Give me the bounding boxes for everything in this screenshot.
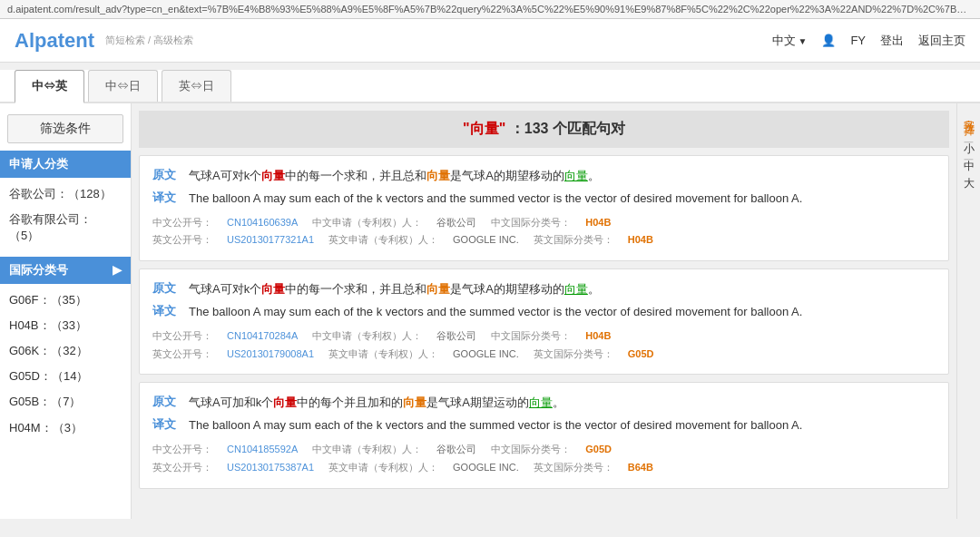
filter-button[interactable]: 筛选条件	[7, 114, 123, 143]
original-row-2: 原文 气球A可对k个向量中的每一个求和，并且总和向量是气球A的期望移动的向量。	[152, 280, 936, 299]
en-applicant-2: GOOGLE INC.	[453, 346, 519, 364]
sidebar: 筛选条件 申请人分类 谷歌公司：（128） 谷歌有限公司：（5） 国际分类号 ▶…	[0, 103, 132, 519]
sidebar-item-g05d[interactable]: G05D：（14）	[0, 364, 131, 389]
font-divider-2: 一	[964, 136, 974, 150]
cn-applicant-1: 谷歌公司	[436, 214, 476, 232]
header: Alpatent 简短检索 / 高级检索 中文 👤 FY 登出 返回主页	[0, 19, 980, 63]
cn-applicant-label-3: 中文申请（专利权）人：	[312, 441, 422, 459]
original-text-2: 气球A可对k个向量中的每一个求和，并且总和向量是气球A的期望移动的向量。	[189, 280, 600, 299]
cn-applicant-3: 谷歌公司	[436, 441, 476, 459]
en-pub-label-3: 英文公开号：	[152, 459, 212, 477]
cn-pub-no-1[interactable]: CN104160639A	[227, 214, 298, 232]
results-header: "向量" ：133 个匹配句对	[139, 111, 949, 148]
section2-arrow-icon: ▶	[113, 263, 122, 277]
cn-pub-no-2[interactable]: CN104170284A	[227, 327, 298, 346]
sidebar-item-h04m[interactable]: H04M：（3）	[0, 415, 131, 441]
en-pub-no-2[interactable]: US20130179008A1	[227, 346, 314, 364]
en-pub-no-3[interactable]: US20130175387A1	[227, 459, 314, 477]
tab-bar: 中⇔英 中⇔日 英⇔日	[0, 70, 980, 103]
en-applicant-3: GOOGLE INC.	[453, 459, 519, 477]
breadcrumb: 简短检索 / 高级检索	[105, 34, 193, 47]
font-size-label: 字号选择	[961, 111, 976, 118]
translation-text-3: The balloon A may sum each of the k vect…	[189, 416, 802, 435]
font-divider-3: 一	[964, 153, 974, 167]
sidebar-item-google-ltd[interactable]: 谷歌有限公司：（5）	[0, 207, 131, 249]
translation-label-2: 译文	[152, 303, 181, 319]
url-bar: d.aipatent.com/result_adv?type=cn_en&tex…	[0, 0, 980, 19]
original-label-2: 原文	[152, 280, 181, 297]
translation-label-1: 译文	[152, 190, 181, 206]
result-meta-2: 中文公开号：CN104170284A 中文申请（专利权）人：谷歌公司 中文国际分…	[152, 327, 936, 364]
result-card-1: 原文 气球A可对k个向量中的每一个求和，并且总和向量是气球A的期望移动的向量。 …	[139, 155, 949, 261]
en-class-label-3: 英文国际分类号：	[534, 459, 613, 477]
home-link[interactable]: 返回主页	[918, 33, 965, 49]
keyword-highlight-orange-3b: 向量	[403, 395, 426, 409]
translation-text-2: The balloon A may sum each of the k vect…	[189, 303, 802, 322]
en-class-label-2: 英文国际分类号：	[534, 346, 613, 364]
sidebar-item-google-co[interactable]: 谷歌公司：（128）	[0, 181, 131, 207]
original-row-1: 原文 气球A可对k个向量中的每一个求和，并且总和向量是气球A的期望移动的向量。	[152, 167, 936, 186]
tab-cn-en[interactable]: 中⇔英	[15, 70, 84, 103]
cn-pub-label-2: 中文公开号：	[152, 327, 212, 346]
results-area: "向量" ：133 个匹配句对 原文 气球A可对k个向量中的每一个求和，并且总和…	[132, 103, 956, 519]
sidebar-item-g06k[interactable]: G06K：（32）	[0, 338, 131, 364]
cn-class-3: G05D	[585, 441, 612, 459]
en-pub-label-1: 英文公开号：	[152, 231, 212, 249]
original-label-3: 原文	[152, 394, 181, 410]
cn-class-2: H04B	[585, 327, 611, 346]
keyword-highlight-red-3a: 向量	[273, 395, 297, 409]
header-nav: 中文 👤 FY 登出 返回主页	[772, 33, 965, 49]
en-class-2: G05D	[628, 346, 654, 364]
result-card-2: 原文 气球A可对k个向量中的每一个求和，并且总和向量是气球A的期望移动的向量。 …	[139, 268, 949, 375]
result-meta-1: 中文公开号：CN104160639A 中文申请（专利权）人：谷歌公司 中文国际分…	[152, 214, 936, 250]
main-layout: 筛选条件 申请人分类 谷歌公司：（128） 谷歌有限公司：（5） 国际分类号 ▶…	[0, 103, 980, 519]
en-applicant-label-1: 英文申请（专利权）人：	[328, 231, 438, 249]
cn-applicant-label-1: 中文申请（专利权）人：	[312, 214, 422, 232]
original-label-1: 原文	[152, 167, 181, 183]
translation-row-2: 译文 The balloon A may sum each of the k v…	[152, 303, 936, 322]
language-selector[interactable]: 中文	[772, 33, 808, 49]
original-text-1: 气球A可对k个向量中的每一个求和，并且总和向量是气球A的期望移动的向量。	[189, 167, 600, 186]
logout-link[interactable]: 登出	[880, 33, 904, 49]
cn-pub-label-3: 中文公开号：	[152, 441, 212, 459]
keyword-highlight-orange-1b: 向量	[426, 169, 450, 182]
keyword-highlight-green-2c: 向量	[564, 282, 588, 296]
translation-label-3: 译文	[152, 416, 181, 433]
sidebar-item-g06f[interactable]: G06F：（35）	[0, 288, 131, 313]
original-text-3: 气球A可加和k个向量中的每个并且加和的向量是气球A期望运动的向量。	[189, 394, 564, 413]
keyword-highlight-orange-2b: 向量	[426, 282, 450, 296]
sidebar-item-h04b[interactable]: H04B：（33）	[0, 313, 131, 338]
keyword-highlight-green-1c: 向量	[564, 169, 588, 182]
right-sidebar: 字号选择 · 小 一 中 一 大	[956, 103, 980, 519]
result-card-3: 原文 气球A可加和k个向量中的每个并且加和的向量是气球A期望运动的向量。 译文 …	[139, 382, 949, 488]
tab-cn-ja[interactable]: 中⇔日	[88, 70, 158, 102]
section-applicant-title[interactable]: 申请人分类	[0, 151, 131, 178]
cn-class-label-3: 中文国际分类号：	[491, 441, 571, 459]
translation-text-1: The balloon A may sum each of the k vect…	[189, 190, 802, 209]
en-class-3: B64B	[628, 459, 653, 477]
en-pub-no-1[interactable]: US20130177321A1	[227, 231, 314, 249]
en-applicant-label-3: 英文申请（专利权）人：	[328, 459, 438, 477]
cn-applicant-label-2: 中文申请（专利权）人：	[312, 327, 422, 346]
cn-class-label-1: 中文国际分类号：	[491, 214, 571, 232]
sidebar-item-g05b[interactable]: G05B：（7）	[0, 389, 131, 415]
en-class-1: H04B	[628, 231, 653, 249]
font-large-option[interactable]: 大	[961, 167, 976, 171]
search-keyword: "向量"	[463, 121, 505, 136]
translation-row-3: 译文 The balloon A may sum each of the k v…	[152, 416, 936, 435]
en-pub-label-2: 英文公开号：	[152, 346, 212, 364]
cn-class-label-2: 中文国际分类号：	[491, 327, 571, 346]
result-meta-3: 中文公开号：CN104185592A 中文申请（专利权）人：谷歌公司 中文国际分…	[152, 441, 936, 477]
user-name[interactable]: FY	[850, 34, 866, 47]
translation-row-1: 译文 The balloon A may sum each of the k v…	[152, 190, 936, 209]
section-class-title[interactable]: 国际分类号 ▶	[0, 257, 131, 284]
logo[interactable]: Alpatent	[15, 29, 94, 53]
original-row-3: 原文 气球A可加和k个向量中的每个并且加和的向量是气球A期望运动的向量。	[152, 394, 936, 413]
tab-en-ja[interactable]: 英⇔日	[162, 70, 231, 102]
keyword-highlight-green-3c: 向量	[529, 395, 553, 409]
results-count-text: ：133 个匹配句对	[510, 121, 625, 136]
font-divider-1: ·	[967, 122, 970, 132]
en-class-label-1: 英文国际分类号：	[534, 231, 613, 249]
cn-class-1: H04B	[585, 214, 611, 232]
cn-pub-no-3[interactable]: CN104185592A	[227, 441, 298, 459]
